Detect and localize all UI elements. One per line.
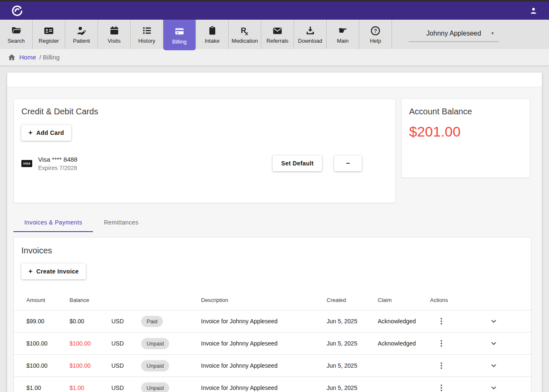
invoice-amount: $100.00	[26, 362, 70, 369]
row-actions-menu-button[interactable]	[436, 338, 447, 349]
invoice-created: Jun 5, 2025	[327, 340, 378, 347]
user-account-button[interactable]	[529, 6, 538, 15]
status-badge: Unpaid	[141, 360, 169, 371]
app-logo-icon[interactable]	[11, 5, 23, 17]
toolbar-item-main[interactable]: ☛ Main	[327, 20, 359, 49]
invoice-description: Invoice for Johnny Appleseed	[201, 362, 327, 369]
credit-debit-cards-card: Credit & Debit Cards + Add Card VISA Vis…	[13, 98, 396, 203]
main-toolbar: Search Register Patient	[0, 20, 549, 49]
person-edit-icon	[76, 25, 87, 36]
toolbar-label: Patient	[73, 38, 90, 44]
patient-selector-dropdown[interactable]: Johnny Appleseed ▾	[409, 27, 499, 42]
patient-selector-value: Johnny Appleseed	[426, 30, 481, 37]
invoices-table-header: Amount Balance Description Created Claim…	[14, 290, 531, 310]
breadcrumb-home-label: Home	[19, 54, 36, 61]
col-claim: Claim	[378, 297, 430, 303]
envelope-icon	[272, 25, 283, 36]
row-actions-menu-button[interactable]	[436, 360, 447, 371]
toolbar-item-intake[interactable]: Intake	[196, 20, 229, 49]
invoice-claim-status: Acknowledged	[378, 318, 430, 325]
set-default-button[interactable]: Set Default	[273, 155, 322, 171]
invoice-description: Invoice for Johnny Appleseed	[201, 384, 327, 391]
panel-body: Credit & Debit Cards + Add Card VISA Vis…	[7, 87, 542, 392]
invoices-table: Amount Balance Description Created Claim…	[14, 290, 531, 392]
toolbar-label: Help	[370, 38, 381, 44]
toolbar-item-billing[interactable]: Billing	[163, 20, 196, 50]
visa-brand-icon: VISA	[21, 160, 32, 167]
id-card-icon	[43, 25, 54, 36]
invoice-balance: $0.00	[70, 318, 111, 325]
toolbar-item-patient[interactable]: Patient	[65, 20, 98, 49]
status-badge: Unpaid	[141, 382, 169, 392]
toolbar-label: Intake	[205, 38, 219, 44]
toolbar-label: Register	[39, 38, 59, 44]
create-invoice-button[interactable]: + Create Invoice	[21, 263, 86, 279]
card-expiry: Expires 7/2028	[38, 165, 77, 171]
toolbar-item-help[interactable]: ? Help	[359, 20, 392, 49]
account-balance-title: Account Balance	[409, 107, 522, 116]
invoice-description: Invoice for Johnny Appleseed	[201, 318, 327, 325]
chevron-down-icon	[490, 317, 498, 325]
invoice-created: Jun 5, 2025	[327, 362, 378, 369]
toolbar-item-download[interactable]: Download	[294, 20, 327, 49]
billing-panel: Credit & Debit Cards + Add Card VISA Vis…	[7, 72, 542, 392]
kebab-icon	[438, 384, 445, 392]
invoices-title: Invoices	[14, 246, 531, 255]
toolbar-item-referrals[interactable]: Referrals	[261, 20, 294, 49]
svg-text:?: ?	[374, 28, 377, 34]
chevron-down-icon	[490, 339, 498, 348]
hand-pointer-icon: ☛	[338, 25, 348, 36]
invoice-amount: $1.00	[26, 384, 70, 391]
status-badge: Unpaid	[141, 338, 169, 349]
rx-icon: R x	[239, 25, 250, 36]
tab-remittances[interactable]: Remittances	[93, 213, 149, 232]
toolbar-label: History	[138, 38, 155, 44]
row-expand-button[interactable]	[488, 338, 500, 349]
calendar-icon	[109, 25, 120, 36]
col-amount: Amount	[26, 297, 70, 303]
payment-method-info: Visa **** 8488 Expires 7/2028	[38, 156, 77, 171]
add-card-button[interactable]: + Add Card	[21, 125, 71, 141]
invoice-created: Jun 5, 2025	[327, 318, 378, 325]
toolbar-label: Visits	[108, 38, 121, 44]
toolbar-label: Billing	[172, 39, 187, 45]
col-created: Created	[327, 297, 378, 303]
page-content: Credit & Debit Cards + Add Card VISA Vis…	[0, 66, 549, 392]
payment-method-row: VISA Visa **** 8488 Expires 7/2028 Set D…	[21, 155, 388, 171]
invoice-row: $100.00 $100.00 USD Unpaid Invoice for J…	[14, 332, 531, 354]
invoice-description: Invoice for Johnny Appleseed	[201, 340, 327, 347]
status-badge: Paid	[141, 316, 163, 327]
card-number-masked: Visa **** 8488	[38, 156, 77, 163]
remove-card-button[interactable]: −	[334, 155, 362, 171]
toolbar-item-medication[interactable]: R x Medication	[229, 20, 261, 49]
invoice-row: $100.00 $100.00 USD Unpaid Invoice for J…	[14, 354, 531, 377]
invoices-card: Invoices + Create Invoice Amount Balance…	[13, 237, 531, 392]
invoice-row: $1.00 $1.00 USD Unpaid Invoice for Johnn…	[14, 377, 531, 392]
row-actions-menu-button[interactable]	[436, 315, 447, 327]
plus-icon: +	[28, 129, 33, 137]
toolbar-label: Medication	[232, 38, 258, 44]
invoice-currency: USD	[111, 318, 141, 325]
invoice-row: $99.00 $0.00 USD Paid Invoice for Johnny…	[14, 310, 531, 332]
toolbar-item-search[interactable]: Search	[0, 20, 33, 49]
tab-invoices-payments[interactable]: Invoices & Payments	[13, 213, 93, 232]
toolbar-label: Download	[298, 38, 322, 44]
top-cards-row: Credit & Debit Cards + Add Card VISA Vis…	[13, 98, 536, 203]
kebab-icon	[438, 339, 445, 348]
row-expand-button[interactable]	[488, 382, 500, 392]
toolbar-item-history[interactable]: History	[131, 20, 163, 49]
invoice-amount: $100.00	[26, 340, 70, 347]
row-expand-button[interactable]	[488, 315, 500, 327]
toolbar-item-register[interactable]: Register	[33, 20, 65, 49]
breadcrumb-home-link[interactable]: Home	[8, 53, 36, 62]
toolbar-label: Main	[337, 38, 348, 44]
account-balance-amount: $201.00	[409, 124, 522, 140]
kebab-icon	[438, 361, 445, 370]
row-expand-button[interactable]	[488, 360, 500, 371]
billing-tabs: Invoices & Payments Remittances	[13, 213, 536, 232]
toolbar-item-visits[interactable]: Visits	[98, 20, 131, 49]
toolbar-label: Referrals	[266, 38, 289, 44]
invoice-created: Jun 5, 2025	[327, 384, 378, 391]
account-balance-card: Account Balance $201.00	[401, 98, 530, 178]
row-actions-menu-button[interactable]	[436, 382, 447, 392]
